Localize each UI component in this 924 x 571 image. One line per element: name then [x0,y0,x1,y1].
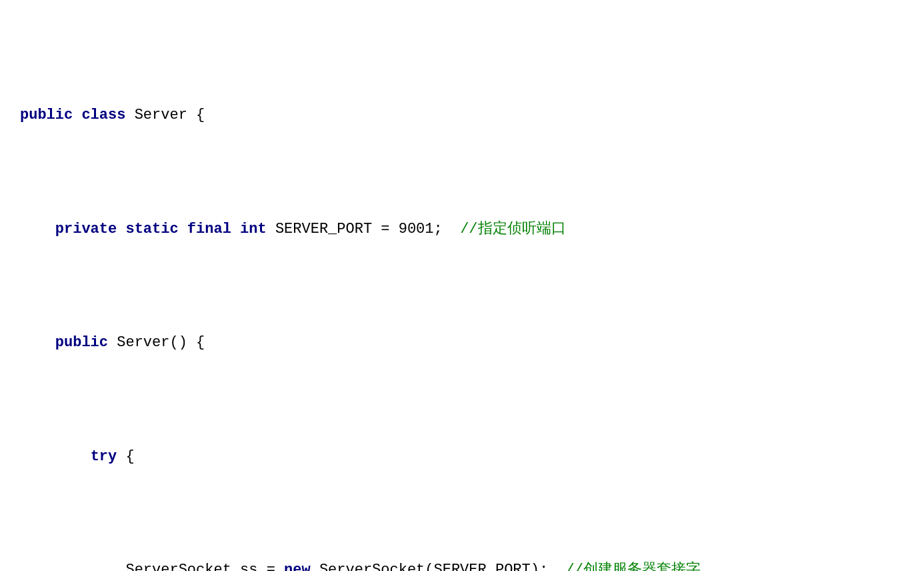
code-line-5: ServerSocket ss = new ServerSocket(SERVE… [20,559,904,571]
code-line-4: try { [20,446,904,468]
code-line-2: private static final int SERVER_PORT = 9… [20,218,904,241]
code-line-3: public Server() { [20,332,904,354]
code-line-1: public class Server { [20,104,904,127]
code-viewer: public class Server { private static fin… [20,13,904,571]
